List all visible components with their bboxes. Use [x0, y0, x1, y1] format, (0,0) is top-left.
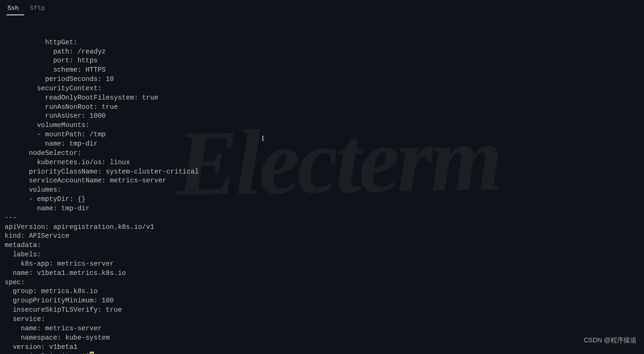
terminal-output[interactable]: httpGet: path: /readyz port: https schem… — [0, 17, 644, 354]
terminal-cursor: 0 — [90, 352, 94, 354]
tab-bar: Ssh Sftp — [0, 0, 644, 17]
text-cursor-icon: I — [262, 134, 262, 141]
terminal-lines: httpGet: path: /readyz port: https schem… — [5, 38, 639, 354]
tab-sftp[interactable]: Sftp — [29, 2, 50, 15]
tab-ssh[interactable]: Ssh — [7, 2, 24, 15]
watermark-csdn: CSDN @程序猿追 — [584, 336, 637, 345]
